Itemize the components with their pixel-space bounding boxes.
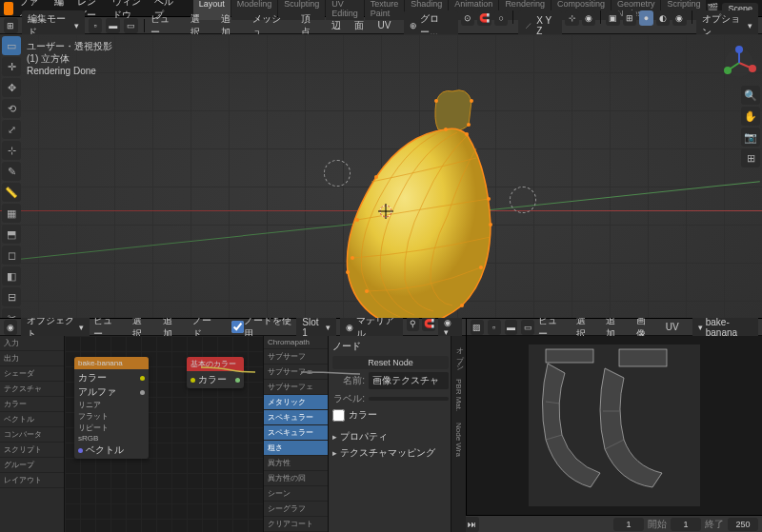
- svg-point-6: [735, 46, 743, 53]
- node-editor: ◉ オブジェクト ▾ ビュー 選択 追加 ノード ノードを使用 Slot 1 ▾…: [0, 319, 467, 515]
- uv-mode-icon[interactable]: ▬: [505, 320, 518, 335]
- cat-layout[interactable]: レイアウト: [0, 473, 64, 488]
- tool-add-cube-icon[interactable]: ▦: [2, 204, 21, 223]
- tool-measure-icon[interactable]: 📏: [2, 183, 21, 202]
- overlay-line3: Rendering Done: [27, 65, 112, 77]
- tool-cursor-icon[interactable]: ✛: [2, 57, 21, 76]
- svg-point-12: [465, 132, 469, 136]
- gizmo-toggle-icon[interactable]: ⊹: [565, 10, 578, 26]
- tool-bevel-icon[interactable]: ◧: [2, 266, 21, 286]
- tool-annotate-icon[interactable]: ✎: [2, 162, 21, 181]
- select-mode-vertex-icon[interactable]: ▫: [89, 18, 103, 33]
- xray-icon[interactable]: ▣: [606, 10, 619, 26]
- svg-rect-26: [619, 349, 667, 366]
- viewport-header: ⊞ 編集モード ▾ ▫ ▬ ▭ ビュー 選択 追加 メッシュ 頂点 辺 面 UV…: [0, 17, 762, 34]
- start-frame-field[interactable]: 1: [671, 518, 701, 531]
- uv-layout: [529, 345, 700, 506]
- ortho-toggle-icon[interactable]: ⊞: [741, 148, 760, 167]
- svg-point-21: [365, 289, 369, 293]
- svg-point-4: [749, 65, 756, 72]
- node-wire: [65, 336, 531, 517]
- tool-knife-icon[interactable]: ✂: [2, 308, 21, 318]
- tool-transform-icon[interactable]: ⊹: [2, 141, 21, 160]
- shading-material-icon[interactable]: ◐: [656, 10, 670, 26]
- svg-point-14: [346, 270, 350, 274]
- cat-converter[interactable]: コンバータ: [0, 427, 64, 443]
- bottom-panels: ◉ オブジェクト ▾ ビュー 選択 追加 ノード ノードを使用 Slot 1 ▾…: [0, 318, 762, 515]
- proportional-icon[interactable]: ○: [494, 10, 508, 26]
- node-canvas[interactable]: bake-banana カラー アルファ リニア フラット リピート sRGB …: [65, 336, 263, 532]
- cat-vector[interactable]: ベクトル: [0, 412, 64, 427]
- tool-shelf: ▭ ✛ ✥ ⟲ ⤢ ⊹ ✎ 📏 ▦ ⬒ ◻ ◧ ⊟ ✂: [2, 36, 21, 318]
- node-category-list: 入力 出力 シェーダ テクスチャ カラー ベクトル コンバータ スクリプト グル…: [0, 336, 65, 532]
- svg-point-13: [374, 175, 378, 179]
- cat-texture[interactable]: テクスチャ: [0, 382, 64, 397]
- svg-point-25: [467, 123, 471, 127]
- side-cat[interactable]: クリアコート: [264, 517, 328, 532]
- svg-point-22: [479, 266, 483, 269]
- shading-solid-icon[interactable]: ●: [639, 10, 652, 26]
- editor-type-icon[interactable]: ◉: [4, 320, 17, 335]
- end-label: 終了: [705, 518, 724, 531]
- tab-texture-paint[interactable]: Texture Paint: [365, 0, 405, 20]
- tool-rotate-icon[interactable]: ⟲: [2, 99, 21, 118]
- cat-group[interactable]: グループ: [0, 458, 64, 473]
- end-frame-field[interactable]: 250: [728, 518, 758, 531]
- editor-type-icon[interactable]: ▨: [471, 320, 484, 335]
- snap-icon[interactable]: 🧲: [477, 10, 491, 26]
- shading-rendered-icon[interactable]: ◉: [672, 10, 686, 26]
- cat-shader[interactable]: シェーダ: [0, 366, 64, 382]
- current-frame-field[interactable]: 1: [613, 518, 644, 531]
- overlay-ne-icon[interactable]: ◉ ▾: [438, 316, 462, 339]
- svg-point-19: [487, 197, 491, 201]
- tool-extrude-icon[interactable]: ⬒: [2, 225, 21, 244]
- pan-icon[interactable]: ✋: [741, 107, 760, 126]
- svg-point-5: [724, 67, 732, 74]
- select-mode-edge-icon[interactable]: ▬: [106, 18, 120, 33]
- svg-point-23: [434, 99, 438, 103]
- blender-logo-icon: [4, 2, 13, 15]
- tool-move-icon[interactable]: ✥: [2, 78, 21, 97]
- 3d-cursor-icon: [378, 204, 393, 219]
- overlay-toggle-icon[interactable]: ◉: [582, 10, 595, 26]
- svg-point-17: [489, 223, 492, 227]
- start-label: 開始: [648, 518, 667, 531]
- 3d-viewport[interactable]: ユーザー・透視投影 (1) 立方体 Rendering Done ▭ ✛ ✥ ⟲…: [0, 34, 762, 318]
- navigation-gizmo-icon[interactable]: [722, 46, 756, 80]
- zoom-icon[interactable]: 🔍: [741, 86, 760, 105]
- tab-uv-editing[interactable]: UV Editing: [326, 0, 364, 20]
- viewport-right-controls: 🔍 ✋ 📷 ⊞: [741, 86, 760, 167]
- cat-output[interactable]: 出力: [0, 351, 64, 366]
- pivot-icon[interactable]: ⊙: [461, 10, 474, 26]
- hdr-face[interactable]: 面: [354, 19, 364, 32]
- camera-view-icon[interactable]: 📷: [741, 128, 760, 147]
- select-mode-face-icon[interactable]: ▭: [124, 18, 138, 33]
- editor-type-icon[interactable]: ⊞: [4, 18, 18, 33]
- uv-image-canvas[interactable]: [529, 345, 700, 506]
- viewport-overlay-text: ユーザー・透視投影 (1) 立方体 Rendering Done: [27, 40, 112, 77]
- svg-point-20: [351, 256, 354, 260]
- tool-inset-icon[interactable]: ◻: [2, 246, 21, 265]
- uv-uv[interactable]: UV: [666, 322, 679, 332]
- overlay-line2: (1) 立方体: [27, 52, 112, 65]
- uv-editor-header: ▨ ▫ ▬ ▭ ビュー 選択 追加 画像 UV ▾ bake-banana: [467, 319, 762, 336]
- uv-mode-icon[interactable]: ▭: [521, 320, 534, 335]
- svg-point-24: [470, 99, 473, 103]
- hdr-uv[interactable]: UV: [377, 20, 391, 30]
- node-editor-body[interactable]: 入力 出力 シェーダ テクスチャ カラー ベクトル コンバータ スクリプト グル…: [0, 336, 466, 532]
- uv-mode-icon[interactable]: ▫: [488, 320, 501, 335]
- tool-loop-cut-icon[interactable]: ⊟: [2, 287, 21, 306]
- svg-rect-27: [546, 349, 593, 363]
- svg-point-16: [460, 304, 464, 307]
- jump-end-icon[interactable]: ⏭: [464, 517, 479, 532]
- cat-script[interactable]: スクリプト: [0, 443, 64, 458]
- tool-scale-icon[interactable]: ⤢: [2, 120, 21, 139]
- cat-input[interactable]: 入力: [0, 336, 64, 351]
- shading-wire-icon[interactable]: ⊞: [623, 10, 636, 26]
- cat-color[interactable]: カラー: [0, 397, 64, 412]
- banana-mesh[interactable]: [314, 77, 514, 318]
- tool-select-box-icon[interactable]: ▭: [2, 36, 21, 55]
- hdr-edge[interactable]: 辺: [331, 19, 341, 32]
- svg-point-18: [355, 218, 359, 222]
- node-editor-header: ◉ オブジェクト ▾ ビュー 選択 追加 ノード ノードを使用 Slot 1 ▾…: [0, 319, 466, 336]
